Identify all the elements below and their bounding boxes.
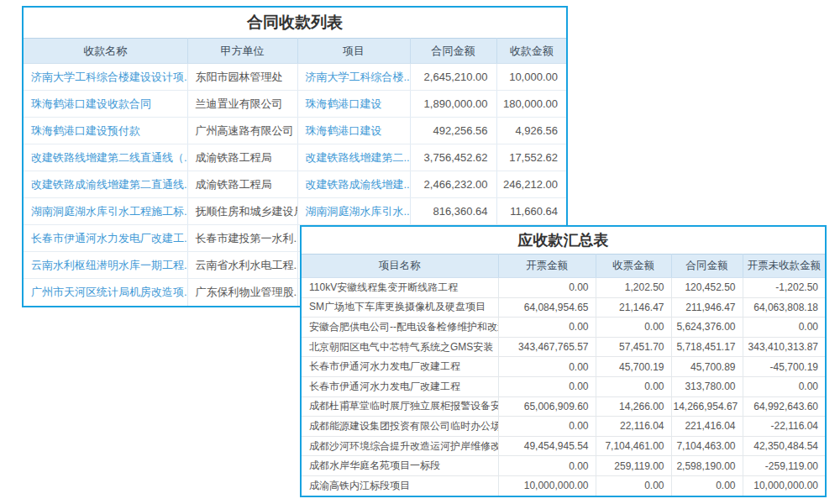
table-cell: 0.00 (596, 318, 671, 338)
table-row: 安徽合肥供电公司--配电设备检修维护和改造0.000.005,624,376.0… (302, 318, 825, 338)
cell-link[interactable]: 长春市伊通河水力发电厂改建工... (24, 225, 187, 252)
column-header: 收款名称 (24, 39, 187, 64)
table-cell: 42,350,484.54 (743, 436, 825, 456)
table-cell: 10,000,000.00 (743, 475, 825, 496)
table-row: 成都杜甫草堂临时展厅独立展柜报警设备安装...65,006,909.6014,2… (302, 396, 825, 417)
table-cell: 0.00 (498, 417, 596, 437)
table-row: 长春市伊通河水力发电厂改建工程0.0045,700.1945,700.89-45… (302, 357, 825, 377)
table-cell: SM广场地下车库更换摄像机及硬盘项目 (302, 297, 498, 318)
table-cell: 4,926.56 (496, 118, 566, 144)
table-row: 珠海鹤港口建设收款合同兰迪置业有限公司珠海鹤港口建设1,890,000.0018… (24, 91, 566, 118)
table-row: 湖南洞庭湖水库引水工程施工标...抚顺住房和城乡建设局湖南洞庭湖水库引水...8… (24, 198, 566, 225)
column-header: 合同金额 (671, 255, 743, 278)
column-header: 开票金额 (498, 255, 596, 278)
table-row: 济南大学工科综合楼建设设计项...东阳市园林管理处济南大学工科综合楼...2,6… (24, 64, 566, 91)
table-cell: 广东保利物业管理股... (187, 279, 297, 306)
table-cell: 816,360.64 (410, 198, 496, 225)
table-cell: 45,700.19 (596, 357, 671, 377)
table-cell: 17,552.62 (496, 144, 566, 171)
table-cell: -259,119.00 (743, 456, 825, 476)
cell-link[interactable]: 改建铁路成渝线增建第二直通线... (24, 171, 187, 198)
table-cell: 成都杜甫草堂临时展厅独立展柜报警设备安装... (302, 396, 498, 417)
table-cell: 安徽合肥供电公司--配电设备检修维护和改造 (302, 318, 498, 338)
header-row: 项目名称开票金额收票金额合同金额开票未收款金额 (302, 255, 825, 278)
table-cell: 343,410,313.87 (743, 337, 825, 357)
table-cell: 221,416.04 (671, 417, 743, 437)
table-cell: 云南省水利水电工程... (187, 252, 297, 279)
table-cell: 57,451.70 (596, 337, 671, 357)
table-cell: 2,466,232.00 (410, 171, 496, 198)
table-cell: 0.00 (498, 278, 596, 298)
table-cell: 21,146.47 (596, 297, 671, 318)
table-row: 成渝高铁内江标段项目10,000,000.000.000.0010,000,00… (302, 475, 825, 496)
column-header: 项目 (297, 39, 410, 64)
receivables-summary-table: 项目名称开票金额收票金额合同金额开票未收款金额 110kV安徽线程集变开断线路工… (302, 254, 825, 496)
table-cell: 2,645,210.00 (410, 64, 496, 91)
cell-link[interactable]: 珠海鹤港口建设收款合同 (24, 91, 187, 118)
cell-link[interactable]: 济南大学工科综合楼建设设计项... (24, 64, 187, 91)
table-cell: 1,202.50 (596, 278, 671, 298)
cell-link[interactable]: 云南水利枢纽潜明水库一期工程... (24, 252, 187, 279)
cell-link[interactable]: 济南大学工科综合楼... (297, 64, 410, 91)
table-cell: 抚顺住房和城乡建设局 (187, 198, 297, 225)
table-cell: 成渝铁路工程局 (187, 144, 297, 171)
receivables-summary-table-header: 项目名称开票金额收票金额合同金额开票未收款金额 (302, 255, 825, 278)
cell-link[interactable]: 珠海鹤港口建设预付款 (24, 118, 187, 144)
table-cell: 64,063,808.18 (743, 297, 825, 318)
table-cell: 成都水岸华庭名苑项目一标段 (302, 456, 498, 476)
table-cell: 东阳市园林管理处 (187, 64, 297, 91)
table-cell: 110kV安徽线程集变开断线路工程 (302, 278, 498, 298)
table-cell: 120,452.50 (671, 278, 743, 298)
table-cell: 长春市伊通河水力发电厂改建工程 (302, 357, 498, 377)
table-row: 成都水岸华庭名苑项目一标段0.00259,119.002,598,190.00-… (302, 456, 825, 476)
cell-link[interactable]: 珠海鹤港口建设 (297, 118, 410, 144)
column-header: 合同金额 (410, 39, 496, 64)
table-cell: 北京朝阳区电气中芯特气系统之GMS安装 (302, 337, 498, 357)
table-cell: 259,119.00 (596, 456, 671, 476)
table-cell: 2,598,190.00 (671, 456, 743, 476)
table-cell: 成都沙河环境综合提升改造运河护岸维修改造 (302, 436, 498, 456)
cell-link[interactable]: 湖南洞庭湖水库引水工程施工标... (24, 198, 187, 225)
table-cell: 65,006,909.60 (498, 396, 596, 417)
table-cell: 0.00 (743, 318, 825, 338)
table-cell: 成渝铁路工程局 (187, 171, 297, 198)
table-row: 改建铁路线增建第二线直通线（...成渝铁路工程局改建铁路线增建第二...3,75… (24, 144, 566, 171)
table-cell: 45,700.89 (671, 357, 743, 377)
table-cell: 7,104,461.00 (596, 436, 671, 456)
receivables-summary-table-body: 110kV安徽线程集变开断线路工程0.001,202.50120,452.50-… (302, 278, 825, 496)
table-cell: 0.00 (498, 456, 596, 476)
table-cell: 7,104,463.00 (671, 436, 743, 456)
table-row: 成都能源建设集团投资有限公司临时办公场所...0.0022,116.04221,… (302, 417, 825, 437)
table-cell: 0.00 (743, 376, 825, 396)
cell-link[interactable]: 珠海鹤港口建设 (297, 91, 410, 118)
table-cell: 246,212.00 (496, 171, 566, 198)
table-cell: 5,624,376.00 (671, 318, 743, 338)
table-row: 110kV安徽线程集变开断线路工程0.001,202.50120,452.50-… (302, 278, 825, 298)
column-header: 项目名称 (302, 255, 498, 278)
table-cell: 14,266.00 (596, 396, 671, 417)
table-cell: 长春市伊通河水力发电厂改建工程 (302, 376, 498, 396)
table-cell: 长春市建投第一水利... (187, 225, 297, 252)
contract-receipts-table-title: 合同收款列表 (24, 8, 566, 38)
table-cell: 0.00 (498, 357, 596, 377)
table-row: 成都沙河环境综合提升改造运河护岸维修改造49,454,945.547,104,4… (302, 436, 825, 456)
table-cell: 0.00 (671, 475, 743, 496)
cell-link[interactable]: 改建铁路线增建第二线直通线（... (24, 144, 187, 171)
table-cell: 广州高速路有限公司 (187, 118, 297, 144)
cell-link[interactable]: 湖南洞庭湖水库引水... (297, 198, 410, 225)
table-cell: 1,890,000.00 (410, 91, 496, 118)
table-cell: 11,660.64 (496, 198, 566, 225)
table-cell: 211,946.47 (671, 297, 743, 318)
table-cell: -22,116.04 (743, 417, 825, 437)
table-cell: 0.00 (498, 376, 596, 396)
table-cell: 成渝高铁内江标段项目 (302, 475, 498, 496)
table-cell: 180,000.00 (496, 91, 566, 118)
cell-link[interactable]: 广州市天河区统计局机房改造项... (24, 279, 187, 306)
header-row: 收款名称甲方单位项目合同金额收款金额 (24, 39, 566, 64)
receivables-summary-table-title: 应收款汇总表 (302, 227, 825, 254)
cell-link[interactable]: 改建铁路成渝线增建... (297, 171, 410, 198)
cell-link[interactable]: 改建铁路线增建第二... (297, 144, 410, 171)
column-header: 收款金额 (496, 39, 566, 64)
table-cell: 22,116.04 (596, 417, 671, 437)
column-header: 甲方单位 (187, 39, 297, 64)
